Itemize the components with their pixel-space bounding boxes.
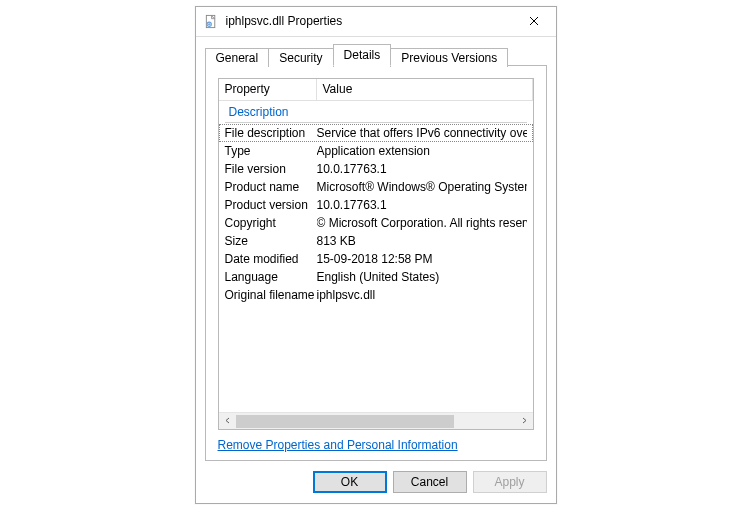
prop-value: 10.0.17763.1 xyxy=(317,161,527,177)
prop-value: 813 KB xyxy=(317,233,527,249)
prop-value: Application extension xyxy=(317,143,527,159)
prop-name: Size xyxy=(225,233,317,249)
list-body: Description File description Service tha… xyxy=(219,101,533,412)
tab-details[interactable]: Details xyxy=(333,44,392,66)
prop-value: 10.0.17763.1 xyxy=(317,197,527,213)
remove-properties-link[interactable]: Remove Properties and Personal Informati… xyxy=(218,438,458,452)
table-row[interactable]: Language English (United States) xyxy=(219,268,533,286)
prop-value: Service that offers IPv6 connectivity ov… xyxy=(317,125,527,141)
col-header-value[interactable]: Value xyxy=(317,79,533,100)
dialog-button-row: OK Cancel Apply xyxy=(196,461,556,503)
prop-name: Copyright xyxy=(225,215,317,231)
tab-security[interactable]: Security xyxy=(268,48,333,67)
prop-name: Type xyxy=(225,143,317,159)
table-row[interactable]: Product name Microsoft® Windows® Operati… xyxy=(219,178,533,196)
table-row[interactable]: File version 10.0.17763.1 xyxy=(219,160,533,178)
list-header: Property Value xyxy=(219,79,533,101)
table-row[interactable]: Copyright © Microsoft Corporation. All r… xyxy=(219,214,533,232)
prop-name: Date modified xyxy=(225,251,317,267)
horizontal-scrollbar[interactable] xyxy=(219,412,533,429)
prop-value: Microsoft® Windows® Operating System xyxy=(317,179,527,195)
prop-name: Language xyxy=(225,269,317,285)
prop-value: iphlpsvc.dll xyxy=(317,287,527,303)
file-icon xyxy=(204,13,220,29)
properties-dialog: iphlpsvc.dll Properties General Security… xyxy=(195,6,557,504)
table-row[interactable]: Product version 10.0.17763.1 xyxy=(219,196,533,214)
divider xyxy=(225,122,527,123)
group-description: Description xyxy=(219,103,533,121)
prop-name: Product version xyxy=(225,197,317,213)
prop-name: Original filename xyxy=(225,287,317,303)
scroll-right-icon[interactable] xyxy=(516,412,533,429)
close-button[interactable] xyxy=(512,6,556,36)
cancel-button[interactable]: Cancel xyxy=(393,471,467,493)
tab-general[interactable]: General xyxy=(205,48,270,67)
tabstrip: General Security Details Previous Versio… xyxy=(205,43,547,65)
prop-value: English (United States) xyxy=(317,269,527,285)
tabpanel-details: Property Value Description File descript… xyxy=(205,65,547,461)
titlebar: iphlpsvc.dll Properties xyxy=(196,7,556,37)
ok-button[interactable]: OK xyxy=(313,471,387,493)
prop-name: File version xyxy=(225,161,317,177)
table-row[interactable]: Date modified 15-09-2018 12:58 PM xyxy=(219,250,533,268)
prop-value: © Microsoft Corporation. All rights rese… xyxy=(317,215,527,231)
table-row[interactable]: File description Service that offers IPv… xyxy=(219,124,533,142)
prop-value: 15-09-2018 12:58 PM xyxy=(317,251,527,267)
window-title: iphlpsvc.dll Properties xyxy=(226,14,512,28)
apply-button: Apply xyxy=(473,471,547,493)
col-header-property[interactable]: Property xyxy=(219,79,317,100)
prop-name: File description xyxy=(225,125,317,141)
tab-previous-versions[interactable]: Previous Versions xyxy=(390,48,508,67)
table-row[interactable]: Type Application extension xyxy=(219,142,533,160)
table-row[interactable]: Size 813 KB xyxy=(219,232,533,250)
scroll-left-icon[interactable] xyxy=(219,412,236,429)
table-row[interactable]: Original filename iphlpsvc.dll xyxy=(219,286,533,304)
prop-name: Product name xyxy=(225,179,317,195)
properties-listbox[interactable]: Property Value Description File descript… xyxy=(218,78,534,430)
scroll-thumb[interactable] xyxy=(236,415,454,428)
link-row: Remove Properties and Personal Informati… xyxy=(218,438,534,452)
scroll-track[interactable] xyxy=(236,413,516,429)
client-area: General Security Details Previous Versio… xyxy=(196,37,556,461)
